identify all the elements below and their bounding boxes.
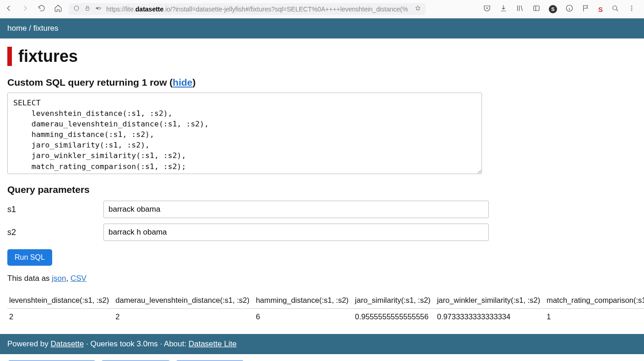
back-icon[interactable] (5, 4, 13, 14)
csv-link[interactable]: CSV (70, 274, 87, 283)
query-summary: Custom SQL query returning 1 row (hide) (7, 77, 637, 88)
col-header[interactable]: jaro_winkler_similarity(:s1, :s2) (435, 293, 545, 309)
search-icon[interactable] (611, 4, 619, 14)
url-text: https://lite.datasette.io/?install=datas… (106, 5, 410, 13)
about-link[interactable]: Datasette Lite (189, 339, 237, 348)
datasette-link[interactable]: Datasette (51, 339, 84, 348)
home-icon[interactable] (54, 4, 62, 14)
page-title: fixtures (7, 47, 637, 66)
sidebar-icon[interactable] (532, 4, 541, 14)
param-s1-label: s1 (7, 205, 103, 214)
cell: 6 (254, 309, 353, 325)
pocket-icon[interactable] (483, 4, 491, 14)
lock-icon (84, 5, 91, 13)
sql-editor[interactable]: SELECT levenshtein_distance(:s1, :s2), d… (7, 93, 482, 174)
svg-point-7 (631, 8, 632, 9)
download-icon[interactable] (499, 4, 508, 14)
browser-toolbar: https://lite.datasette.io/?install=datas… (0, 0, 644, 18)
footer: Powered by Datasette · Queries took 3.0m… (0, 334, 644, 354)
col-header[interactable]: damerau_levenshtein_distance(:s1, :s2) (114, 293, 254, 309)
info-icon[interactable] (565, 4, 574, 14)
data-as: This data as json, CSV (7, 274, 637, 283)
svg-point-2 (97, 8, 98, 9)
reload-icon[interactable] (38, 4, 46, 14)
table-row: 2 2 6 0.9555555555555556 0.9733333333333… (7, 309, 644, 325)
breadcrumb-current: fixtures (33, 24, 59, 33)
cell: 0.9555555555555556 (353, 309, 435, 325)
ext-icon-red[interactable]: S (598, 5, 603, 13)
results-table: levenshtein_distance(:s1, :s2) damerau_l… (7, 293, 644, 325)
svg-point-6 (631, 5, 632, 6)
col-header[interactable]: hamming_distance(:s1, :s2) (254, 293, 353, 309)
shield-icon (73, 5, 80, 13)
json-link[interactable]: json (52, 274, 66, 283)
col-header[interactable]: jaro_similarity(:s1, :s2) (353, 293, 435, 309)
menu-icon[interactable] (628, 4, 636, 14)
cell: 2 (7, 309, 114, 325)
cell: 1 (545, 309, 644, 325)
svg-point-8 (631, 10, 632, 11)
run-sql-button[interactable]: Run SQL (7, 249, 52, 266)
hide-link[interactable]: hide (173, 77, 192, 88)
forward-icon[interactable] (21, 4, 29, 14)
url-bar[interactable]: https://lite.datasette.io/?install=datas… (69, 3, 426, 15)
svg-rect-0 (86, 8, 89, 10)
library-icon[interactable] (516, 4, 524, 14)
breadcrumb: home / fixtures (0, 18, 644, 38)
toggle-icon (95, 5, 102, 13)
flag-icon[interactable] (582, 4, 590, 14)
svg-rect-3 (534, 6, 539, 11)
param-s2-label: s2 (7, 228, 103, 237)
breadcrumb-home[interactable]: home (7, 24, 27, 33)
col-header[interactable]: match_rating_comparison(:s1, :s2) (545, 293, 644, 309)
col-header[interactable]: levenshtein_distance(:s1, :s2) (7, 293, 114, 309)
star-icon[interactable] (415, 5, 421, 13)
param-s2-input[interactable] (103, 224, 489, 241)
svg-point-5 (613, 6, 617, 10)
param-s1-input[interactable] (103, 201, 489, 218)
cell: 0.9733333333333334 (435, 309, 545, 325)
cell: 2 (114, 309, 254, 325)
load-row: Load SQLite DB by URL Load CSV by URL Lo… (0, 354, 644, 361)
ext-icon-s[interactable]: S (549, 5, 557, 13)
params-heading: Query parameters (7, 184, 637, 195)
